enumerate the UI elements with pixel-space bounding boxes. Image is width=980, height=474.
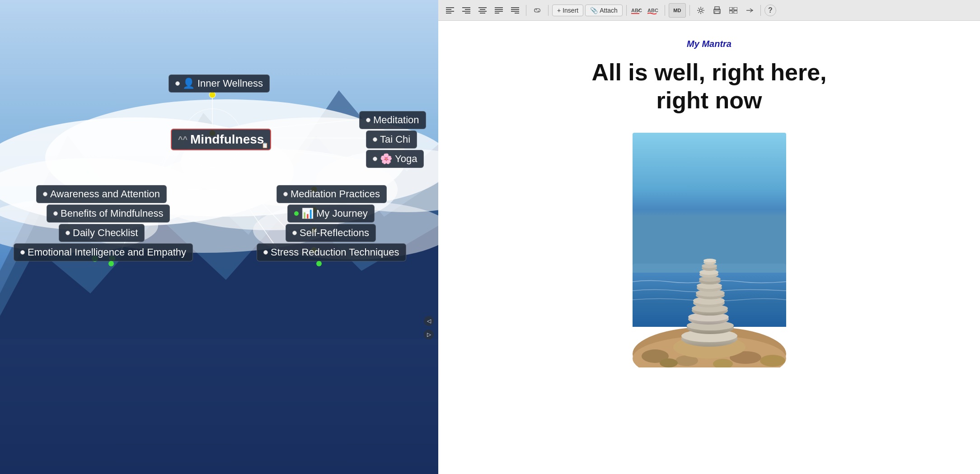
markdown-button[interactable]: MD	[669, 3, 686, 18]
meditation-dot	[366, 118, 370, 122]
meditation-label: Meditation	[373, 114, 419, 126]
meditation-practices-label: Meditation Practices	[291, 188, 380, 200]
awareness-label: Awareness and Attention	[50, 188, 160, 200]
print-button[interactable]	[710, 3, 724, 18]
benefits-label: Benefits of Mindfulness	[61, 208, 163, 219]
svg-rect-35	[446, 9, 451, 10]
svg-rect-60	[729, 7, 732, 10]
svg-rect-46	[495, 7, 503, 8]
yoga-label: Yoga	[395, 153, 417, 165]
spellcheck2-button[interactable]: ABC	[647, 3, 661, 18]
help-button[interactable]: ?	[764, 5, 776, 16]
svg-point-73	[660, 358, 678, 367]
mindfulness-label: Mindfulness	[190, 132, 264, 147]
benefits-dot	[53, 211, 58, 216]
svg-rect-43	[480, 9, 485, 10]
node-inner-wellness[interactable]: 👤 Inner Wellness	[169, 74, 270, 93]
node-tai-chi[interactable]: Tai Chi	[366, 130, 417, 149]
tai-chi-dot	[373, 137, 377, 142]
inner-wellness-dot	[175, 81, 180, 86]
attach-button[interactable]: 📎 Attach	[585, 5, 623, 16]
mindmap-panel: 👤 Inner Wellness ^^ Mindfulness 📋 Medita…	[0, 0, 438, 474]
settings-button[interactable]	[694, 3, 708, 18]
separator-5	[689, 5, 690, 16]
link-button[interactable]	[530, 3, 544, 18]
awareness-dot	[43, 192, 47, 196]
node-emotional-intelligence[interactable]: Emotional Intelligence and Empathy	[14, 243, 193, 261]
mindfulness-icon: 📋	[262, 142, 268, 149]
attach-label: Attach	[600, 7, 618, 14]
svg-rect-50	[511, 7, 519, 8]
yoga-icon: 🌸	[380, 153, 392, 165]
meditation-practices-dot	[283, 192, 288, 196]
nav-up-button[interactable]: ◁	[424, 316, 434, 326]
node-meditation[interactable]: Meditation	[359, 111, 426, 129]
svg-rect-44	[478, 11, 487, 12]
mantra-label: My Mantra	[687, 39, 731, 49]
mantra-text: All is well, right here, right now	[574, 58, 845, 115]
svg-rect-62	[729, 11, 732, 14]
svg-rect-41	[465, 13, 470, 14]
node-meditation-practices[interactable]: Meditation Practices	[277, 185, 387, 203]
toolbar: + Insert 📎 Attach ABC ABC MD	[438, 0, 980, 21]
node-benefits[interactable]: Benefits of Mindfulness	[47, 204, 170, 223]
emotional-dot	[20, 250, 25, 255]
toggle-button[interactable]	[742, 3, 757, 18]
svg-rect-42	[478, 7, 487, 8]
align-center-button[interactable]	[475, 3, 490, 18]
stone-image	[633, 133, 786, 367]
svg-rect-51	[511, 9, 519, 10]
svg-point-56	[699, 9, 702, 12]
emotional-label: Emotional Intelligence and Empathy	[28, 246, 186, 258]
svg-rect-47	[495, 9, 503, 10]
svg-rect-49	[495, 13, 499, 14]
connector-dot-1	[108, 261, 114, 266]
svg-point-97	[703, 259, 716, 262]
svg-rect-36	[446, 11, 454, 12]
svg-rect-53	[515, 13, 519, 14]
svg-rect-58	[715, 7, 719, 10]
self-reflections-dot	[292, 231, 297, 235]
nav-down-button[interactable]: ▷	[424, 330, 434, 339]
justify-right-button[interactable]	[508, 3, 522, 18]
svg-rect-34	[446, 7, 454, 8]
stress-dot	[263, 250, 268, 255]
align-right-button[interactable]	[459, 3, 474, 18]
svg-rect-64	[633, 133, 786, 273]
svg-rect-37	[446, 13, 451, 14]
stone-svg	[633, 133, 786, 367]
node-daily-checklist[interactable]: Daily Checklist	[59, 224, 145, 242]
node-my-journey[interactable]: 📊 My Journey	[287, 204, 375, 223]
node-stress-reduction[interactable]: Stress Reduction Techniques	[257, 243, 406, 261]
help-label: ?	[768, 6, 773, 14]
yoga-dot	[373, 157, 377, 161]
mindfulness-prefix: ^^	[178, 135, 188, 144]
node-mindfulness[interactable]: ^^ Mindfulness 📋	[171, 129, 271, 150]
justify-left-button[interactable]	[492, 3, 506, 18]
separator-6	[760, 5, 761, 16]
align-left-button[interactable]	[443, 3, 457, 18]
node-awareness[interactable]: Awareness and Attention	[36, 185, 167, 203]
svg-rect-48	[495, 11, 503, 12]
svg-rect-63	[734, 11, 737, 14]
node-self-reflections[interactable]: Self-Reflections	[286, 224, 376, 242]
inner-wellness-icon: 👤	[183, 78, 195, 89]
svg-rect-39	[465, 9, 470, 10]
inner-wellness-label: Inner Wellness	[197, 78, 263, 89]
markdown-label: MD	[673, 8, 681, 13]
svg-text:ABC: ABC	[631, 8, 642, 13]
stress-label: Stress Reduction Techniques	[271, 246, 399, 258]
view-button[interactable]	[726, 3, 741, 18]
insert-plus-icon: +	[557, 7, 561, 14]
daily-label: Daily Checklist	[73, 227, 138, 239]
my-journey-icon: 📊	[301, 208, 314, 219]
attach-icon: 📎	[590, 7, 598, 14]
node-yoga[interactable]: 🌸 Yoga	[366, 150, 424, 168]
insert-button[interactable]: + Insert	[552, 5, 583, 16]
self-reflections-label: Self-Reflections	[300, 227, 369, 239]
content-area: My Mantra All is well, right here, right…	[438, 21, 980, 474]
svg-rect-45	[480, 13, 485, 14]
svg-rect-52	[511, 11, 519, 12]
spellcheck-button[interactable]: ABC	[630, 3, 645, 18]
tai-chi-label: Tai Chi	[380, 134, 410, 145]
